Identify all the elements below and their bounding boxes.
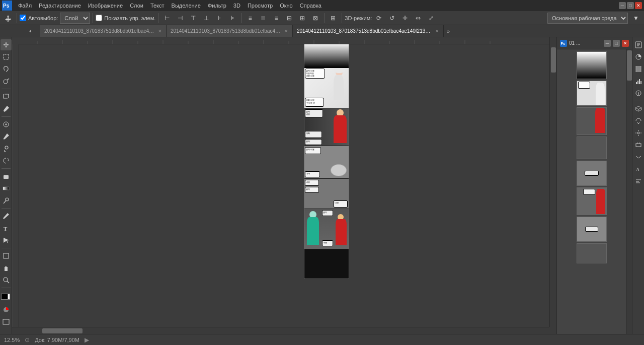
- 3d-scale-button[interactable]: ⤢: [425, 12, 437, 24]
- tab-1[interactable]: 20140412110103_8701837513d8bdb01efbac4ae…: [40, 25, 167, 37]
- canvas-area[interactable]: 글자 내용이런저런대화 내용 대화 내용더 많은 글 글자내용 대화 글자: [12, 37, 556, 334]
- tab-3[interactable]: 20140412110103_8701837513d8bdb01efbac4ae…: [293, 25, 444, 37]
- distribute-center-h-button[interactable]: ≣: [257, 12, 269, 24]
- menu-text[interactable]: Текст: [147, 2, 168, 10]
- auto-select-dropdown[interactable]: Слой: [60, 13, 90, 24]
- align-bottom-button[interactable]: ⊧: [226, 12, 238, 24]
- panel-close-button[interactable]: ✕: [622, 40, 629, 47]
- extra-panel-6-button[interactable]: [633, 176, 644, 187]
- app-maximize-button[interactable]: □: [627, 2, 634, 9]
- align-top-button[interactable]: ⊥: [200, 12, 212, 24]
- tab-3-close[interactable]: ✕: [435, 29, 439, 34]
- distribute-middle-v-button[interactable]: ⊞: [296, 12, 308, 24]
- 3d-pan-button[interactable]: ✛: [399, 12, 411, 24]
- color-adj-panel-button[interactable]: [633, 51, 644, 62]
- histogram-panel-button[interactable]: [633, 76, 644, 87]
- status-info-button[interactable]: ▶: [84, 336, 90, 343]
- distribute-left-button[interactable]: ≡: [244, 12, 256, 24]
- preview-thumb-2[interactable]: [577, 81, 607, 106]
- extra-panel-4-button[interactable]: [633, 152, 644, 163]
- history-brush-tool[interactable]: [1, 155, 12, 166]
- right-panel-scroll-thumb[interactable]: [627, 50, 632, 81]
- menu-image[interactable]: Изображение: [85, 2, 126, 10]
- align-left-button[interactable]: ⊢: [161, 12, 173, 24]
- 3d-panel-button[interactable]: [633, 103, 644, 114]
- preview-thumb-7[interactable]: [577, 217, 607, 242]
- show-transform-checkbox[interactable]: [96, 15, 102, 21]
- info-panel-button[interactable]: i: [633, 88, 644, 99]
- canvas-scroll-thumb-v[interactable]: [551, 47, 556, 73]
- 3d-roll-button[interactable]: ↺: [386, 12, 398, 24]
- channels-panel-button[interactable]: [633, 63, 644, 75]
- distribute-right-button[interactable]: ≡: [270, 12, 282, 24]
- menu-window[interactable]: Окно: [277, 2, 296, 10]
- heal-spot-tool[interactable]: [1, 119, 12, 130]
- app-close-button[interactable]: ✕: [635, 2, 642, 9]
- extra-panel-2-button[interactable]: [633, 127, 644, 139]
- menu-layers[interactable]: Слои: [127, 2, 146, 10]
- canvas-scrollbar-h[interactable]: [12, 327, 549, 334]
- extra-panel-3-button[interactable]: [633, 140, 644, 151]
- move-tool[interactable]: [1, 39, 12, 50]
- extra-panel-5-button[interactable]: A: [633, 164, 644, 175]
- menu-edit[interactable]: Редактирование: [36, 2, 84, 10]
- preview-thumb-8-checkered[interactable]: [577, 243, 607, 263]
- canvas-scrollbar-v[interactable]: [549, 37, 556, 327]
- arrange-button[interactable]: ⊞: [327, 12, 339, 24]
- quick-select-tool[interactable]: [1, 76, 12, 87]
- align-middle-v-button[interactable]: ⊦: [213, 12, 225, 24]
- marquee-tool[interactable]: [1, 51, 12, 62]
- tab-2[interactable]: 20140412110103_8701837513d8bdb01efbac4ae…: [167, 25, 293, 37]
- preview-thumb-3[interactable]: [577, 107, 607, 135]
- menu-select[interactable]: Выделение: [169, 2, 204, 10]
- app-minimize-button[interactable]: ─: [619, 2, 626, 9]
- crop-tool[interactable]: [1, 91, 12, 102]
- tab-2-close[interactable]: ✕: [284, 29, 288, 34]
- quick-mask-button[interactable]: [1, 304, 12, 315]
- auto-select-checkbox[interactable]: [20, 15, 26, 21]
- align-right-button[interactable]: ⊤: [187, 12, 199, 24]
- extra-panel-1-button[interactable]: [633, 115, 644, 126]
- workspace-dropdown[interactable]: Основная рабочая среда: [547, 13, 628, 24]
- dodge-tool[interactable]: [1, 195, 12, 206]
- gradient-tool[interactable]: [1, 183, 12, 194]
- text-tool[interactable]: T: [1, 223, 12, 234]
- eraser-tool[interactable]: [1, 171, 12, 182]
- lasso-tool[interactable]: [1, 63, 12, 75]
- eyedropper-tool[interactable]: [1, 103, 12, 114]
- tabs-scroll-right[interactable]: »: [444, 25, 453, 37]
- align-center-h-button[interactable]: ⊣: [174, 12, 186, 24]
- canvas-scroll-thumb-h[interactable]: [42, 328, 83, 333]
- workspace-menu-button[interactable]: ▼: [630, 12, 642, 24]
- right-panel-scrollbar[interactable]: [626, 49, 632, 334]
- tabs-scroll-left[interactable]: [20, 25, 40, 37]
- preview-thumb-1[interactable]: [577, 51, 607, 79]
- move-tool-button[interactable]: [2, 12, 14, 24]
- foreground-color-swatch[interactable]: [1, 294, 8, 300]
- clone-stamp-tool[interactable]: [1, 143, 12, 154]
- menu-help[interactable]: Справка: [297, 2, 325, 10]
- panel-maximize-button[interactable]: □: [613, 40, 620, 47]
- menu-view[interactable]: Просмотр: [245, 2, 276, 10]
- zoom-reset-button[interactable]: ⊙: [24, 336, 31, 343]
- brush-tool[interactable]: [1, 131, 12, 142]
- path-select-tool[interactable]: [1, 235, 12, 246]
- hand-tool[interactable]: [1, 262, 12, 273]
- screen-mode-button[interactable]: [1, 316, 12, 327]
- 3d-rotate-button[interactable]: ⟳: [373, 12, 385, 24]
- tab-1-close[interactable]: ✕: [158, 29, 162, 34]
- 3d-slide-button[interactable]: ⇔: [412, 12, 424, 24]
- preview-thumb-6[interactable]: [577, 187, 607, 215]
- preview-thumb-4-checkered[interactable]: [577, 136, 607, 159]
- menu-file[interactable]: Файл: [15, 2, 35, 10]
- menu-3d[interactable]: 3D: [230, 2, 244, 10]
- distribute-bottom-button[interactable]: ⊠: [309, 12, 321, 24]
- zoom-tool[interactable]: [1, 274, 12, 286]
- shape-tool[interactable]: [1, 250, 12, 261]
- panel-minimize-button[interactable]: ─: [604, 40, 611, 47]
- distribute-top-button[interactable]: ⊟: [283, 12, 295, 24]
- menu-filter[interactable]: Фильтр: [205, 2, 229, 10]
- preview-thumb-5[interactable]: [577, 161, 607, 186]
- preview-thumbnails-area[interactable]: [557, 49, 632, 334]
- pen-tool[interactable]: [1, 211, 12, 222]
